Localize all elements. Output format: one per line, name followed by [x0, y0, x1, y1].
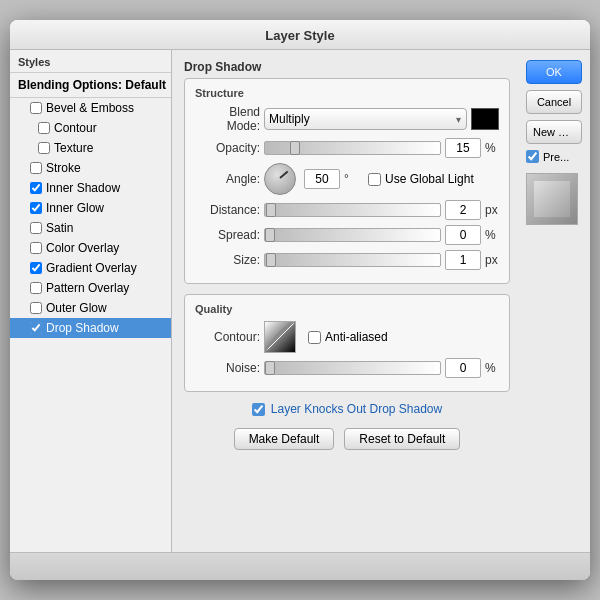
spread-input[interactable]: [445, 225, 481, 245]
use-global-light-checkbox[interactable]: [368, 173, 381, 186]
sidebar-item-inner-glow[interactable]: Inner Glow: [10, 198, 171, 218]
stroke-checkbox[interactable]: [30, 162, 42, 174]
drop-shadow-checkbox[interactable]: [30, 322, 42, 334]
sidebar-item-bevel-emboss[interactable]: Bevel & Emboss: [10, 98, 171, 118]
structure-section: Structure Blend Mode: Multiply Normal Sc…: [184, 78, 510, 284]
angle-input[interactable]: [304, 169, 340, 189]
distance-label: Distance:: [195, 203, 260, 217]
pattern-overlay-checkbox[interactable]: [30, 282, 42, 294]
layer-knocks-checkbox[interactable]: [252, 403, 265, 416]
angle-unit: °: [344, 172, 358, 186]
sidebar-item-satin[interactable]: Satin: [10, 218, 171, 238]
dialog-footer: [10, 552, 590, 580]
sidebar-title: Styles: [10, 50, 171, 73]
sidebar-item-texture[interactable]: Texture: [10, 138, 171, 158]
preview-checkbox[interactable]: [526, 150, 539, 163]
distance-input[interactable]: [445, 200, 481, 220]
spread-slider-container: [264, 228, 441, 242]
outer-glow-checkbox[interactable]: [30, 302, 42, 314]
noise-slider-container: [264, 361, 441, 375]
opacity-input[interactable]: [445, 138, 481, 158]
blend-mode-select[interactable]: Multiply Normal Screen Overlay: [264, 108, 467, 130]
layer-knocks-label: Layer Knocks Out Drop Shadow: [271, 402, 442, 416]
blend-color-swatch[interactable]: [471, 108, 499, 130]
bottom-buttons: Make Default Reset to Default: [184, 428, 510, 450]
contour-label: Contour:: [195, 330, 260, 344]
contour-checkbox[interactable]: [38, 122, 50, 134]
sidebar-item-inner-shadow[interactable]: Inner Shadow: [10, 178, 171, 198]
blend-mode-label: Blend Mode:: [195, 105, 260, 133]
distance-slider[interactable]: [264, 203, 441, 217]
texture-checkbox[interactable]: [38, 142, 50, 154]
sidebar-item-pattern-overlay[interactable]: Pattern Overlay: [10, 278, 171, 298]
preview-thumbnail: [526, 173, 578, 225]
noise-row: Noise: %: [195, 358, 499, 378]
opacity-slider-container: [264, 141, 441, 155]
anti-aliased-checkbox[interactable]: [308, 331, 321, 344]
satin-checkbox[interactable]: [30, 222, 42, 234]
reset-to-default-button[interactable]: Reset to Default: [344, 428, 460, 450]
size-slider[interactable]: [264, 253, 441, 267]
inner-shadow-checkbox[interactable]: [30, 182, 42, 194]
section-header: Drop Shadow: [184, 60, 510, 74]
sidebar-item-contour[interactable]: Contour: [10, 118, 171, 138]
angle-knob[interactable]: [264, 163, 296, 195]
sidebar-item-drop-shadow[interactable]: Drop Shadow: [10, 318, 171, 338]
distance-unit: px: [485, 203, 499, 217]
blend-mode-row: Blend Mode: Multiply Normal Screen Overl…: [195, 105, 499, 133]
layer-knocks-row: Layer Knocks Out Drop Shadow: [184, 402, 510, 416]
noise-input[interactable]: [445, 358, 481, 378]
opacity-slider[interactable]: [264, 141, 441, 155]
preview-inner: [534, 181, 570, 217]
sidebar: Styles Blending Options: Default Bevel &…: [10, 50, 172, 552]
blending-options-label: Blending Options: Default: [18, 78, 166, 92]
cancel-button[interactable]: Cancel: [526, 90, 582, 114]
sidebar-item-stroke[interactable]: Stroke: [10, 158, 171, 178]
main-content-wrapper: Drop Shadow Structure Blend Mode: Multip…: [172, 50, 590, 552]
make-default-button[interactable]: Make Default: [234, 428, 335, 450]
quality-label: Quality: [195, 303, 499, 315]
layer-style-dialog: Layer Style Styles Blending Options: Def…: [10, 20, 590, 580]
sidebar-item-color-overlay[interactable]: Color Overlay: [10, 238, 171, 258]
noise-unit: %: [485, 361, 499, 375]
use-global-light-text: Use Global Light: [385, 172, 474, 186]
ok-button[interactable]: OK: [526, 60, 582, 84]
contour-preview[interactable]: [264, 321, 296, 353]
angle-row: Angle: ° Use Global Light: [195, 163, 499, 195]
structure-label: Structure: [195, 87, 499, 99]
distance-slider-container: [264, 203, 441, 217]
contour-row: Contour: Anti-aliased: [195, 321, 499, 353]
noise-slider[interactable]: [264, 361, 441, 375]
quality-section: Quality Contour: Anti-aliased: [184, 294, 510, 392]
inner-glow-checkbox[interactable]: [30, 202, 42, 214]
preview-text: Pre...: [543, 151, 569, 163]
distance-row: Distance: px: [195, 200, 499, 220]
spread-slider[interactable]: [264, 228, 441, 242]
gradient-overlay-checkbox[interactable]: [30, 262, 42, 274]
sidebar-item-outer-glow[interactable]: Outer Glow: [10, 298, 171, 318]
dialog-body: Styles Blending Options: Default Bevel &…: [10, 50, 590, 552]
opacity-unit: %: [485, 141, 499, 155]
right-buttons: OK Cancel New St... Pre...: [518, 50, 590, 235]
preview-label[interactable]: Pre...: [526, 150, 582, 163]
size-row: Size: px: [195, 250, 499, 270]
color-overlay-checkbox[interactable]: [30, 242, 42, 254]
opacity-row: Opacity: %: [195, 138, 499, 158]
dialog-title: Layer Style: [10, 20, 590, 50]
noise-label: Noise:: [195, 361, 260, 375]
bevel-emboss-checkbox[interactable]: [30, 102, 42, 114]
spread-row: Spread: %: [195, 225, 499, 245]
blend-mode-select-wrapper[interactable]: Multiply Normal Screen Overlay: [264, 108, 467, 130]
size-unit: px: [485, 253, 499, 267]
anti-aliased-label[interactable]: Anti-aliased: [308, 330, 388, 344]
size-slider-container: [264, 253, 441, 267]
opacity-label: Opacity:: [195, 141, 260, 155]
sidebar-item-blending-options[interactable]: Blending Options: Default: [10, 73, 171, 98]
angle-label: Angle:: [195, 172, 260, 186]
use-global-light-label[interactable]: Use Global Light: [368, 172, 474, 186]
anti-aliased-text: Anti-aliased: [325, 330, 388, 344]
sidebar-item-gradient-overlay[interactable]: Gradient Overlay: [10, 258, 171, 278]
new-style-button[interactable]: New St...: [526, 120, 582, 144]
size-input[interactable]: [445, 250, 481, 270]
spread-unit: %: [485, 228, 499, 242]
